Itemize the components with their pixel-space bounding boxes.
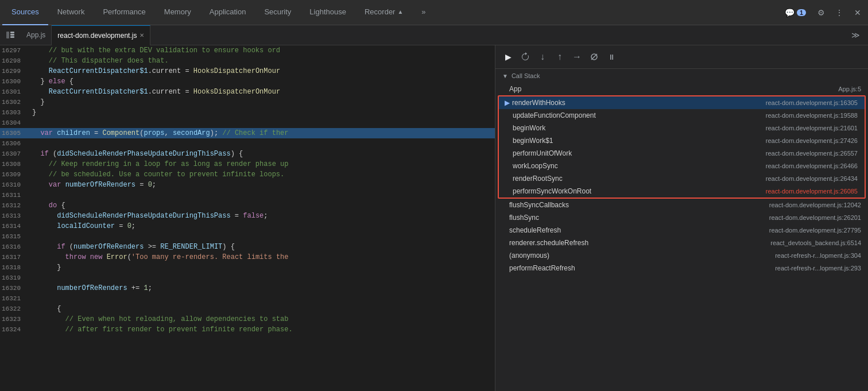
code-line-16324: 16324 // after first render to prevent i… bbox=[0, 324, 495, 335]
callstack-fn-performSyncWorkOnRoot: performSyncWorkOnRoot bbox=[513, 187, 766, 195]
deactivate-breakpoints-btn[interactable] bbox=[586, 49, 602, 65]
callstack-triangle-icon: ▼ bbox=[502, 73, 508, 79]
recorder-icon: ▲ bbox=[397, 9, 403, 15]
callstack-fn-performUnitOfWork: performUnitOfWork bbox=[513, 149, 766, 157]
callstack-item-workLoopSync[interactable]: workLoopSync react-dom.development.js:26… bbox=[499, 160, 865, 172]
callstack-item-scheduleRefresh[interactable]: scheduleRefresh react-dom.development.js… bbox=[495, 224, 868, 237]
more-options-button[interactable]: ⋮ bbox=[831, 5, 847, 21]
callstack-item-anonymous[interactable]: (anonymous) react-refresh-r...lopment.js… bbox=[495, 249, 868, 262]
callstack-fn-beginWork: beginWork bbox=[513, 124, 766, 132]
code-line-16314: 16314 localIdCounter = 0; bbox=[0, 221, 495, 231]
main-area: App.js react-dom.development.js ✕ ≫ 1629… bbox=[0, 25, 868, 391]
callstack-file-updateFunctionComponent: react-dom.development.js:19588 bbox=[766, 112, 858, 119]
tab-lighthouse[interactable]: Lighthouse bbox=[300, 0, 355, 25]
callstack-fn-rendererScheduleRefresh: renderer.scheduleRefresh bbox=[509, 239, 770, 247]
step-over-btn[interactable] bbox=[517, 49, 533, 65]
tab-bar: Sources Network Performance Memory Appli… bbox=[0, 0, 868, 25]
resume-icon: ▶ bbox=[505, 52, 512, 61]
callstack-file-beginWork1: react-dom.development.js:27426 bbox=[766, 137, 858, 144]
code-line-16308: 16308 // Keep rendering in a loop for as… bbox=[0, 159, 495, 169]
callstack-item-beginWork1[interactable]: beginWork$1 react-dom.development.js:274… bbox=[499, 134, 865, 147]
tab-memory[interactable]: Memory bbox=[155, 0, 200, 25]
tab-security[interactable]: Security bbox=[255, 0, 300, 25]
tab-sources[interactable]: Sources bbox=[2, 0, 48, 25]
step-btn[interactable]: → bbox=[569, 49, 585, 65]
code-line-16297: 16297 // but with the extra DEV validati… bbox=[0, 45, 495, 56]
code-line-16304: 16304 bbox=[0, 118, 495, 128]
file-tab-reactdom-label: react-dom.development.js bbox=[57, 32, 137, 40]
callstack-fn-app: App bbox=[509, 85, 838, 93]
code-line-16307: 16307 if (didScheduleRenderPhaseUpdateDu… bbox=[0, 149, 495, 159]
callstack-fn-scheduleRefresh: scheduleRefresh bbox=[509, 226, 769, 234]
svg-rect-0 bbox=[6, 32, 9, 38]
callstack-file-renderwithHooks: react-dom.development.js:16305 bbox=[766, 99, 858, 106]
file-tab-close-icon[interactable]: ✕ bbox=[140, 32, 144, 38]
tab-recorder[interactable]: Recorder ▲ bbox=[355, 0, 412, 25]
callstack-item-performSyncWorkOnRoot[interactable]: performSyncWorkOnRoot react-dom.developm… bbox=[499, 185, 865, 198]
code-panel[interactable]: 16297 // but with the extra DEV validati… bbox=[0, 45, 495, 391]
code-line-16322: 16322 { bbox=[0, 304, 495, 314]
callstack-file-flushSyncCallbacks: react-dom.development.js:12042 bbox=[769, 202, 861, 208]
content-split: 16297 // but with the extra DEV validati… bbox=[0, 45, 868, 391]
callstack-fn-flushSyncCallbacks: flushSyncCallbacks bbox=[509, 201, 769, 209]
callstack-item-flushSyncCallbacks[interactable]: flushSyncCallbacks react-dom.development… bbox=[495, 199, 868, 211]
callstack-panel: ▶ ↓ ↑ → bbox=[495, 45, 868, 391]
file-tab-reactdom[interactable]: react-dom.development.js ✕ bbox=[52, 25, 150, 45]
code-line-16319: 16319 bbox=[0, 273, 495, 283]
code-line-16300: 16300 } else { bbox=[0, 76, 495, 87]
callstack-item-performUnitOfWork[interactable]: performUnitOfWork react-dom.development.… bbox=[499, 147, 865, 160]
code-line-16316: 16316 if (numberOfReRenders >= RE_RENDER… bbox=[0, 242, 495, 252]
pause-icon: ⏸ bbox=[608, 53, 615, 61]
step-into-btn[interactable]: ↓ bbox=[534, 49, 551, 65]
code-line-16305: 16305 var children = Component(props, se… bbox=[0, 128, 495, 138]
sidebar-toggle-btn[interactable] bbox=[2, 27, 18, 43]
step-into-icon: ↓ bbox=[540, 52, 545, 62]
debugger-toolbar: ▶ ↓ ↑ → bbox=[495, 45, 868, 69]
callstack-fn-updateFunctionComponent: updateFunctionComponent bbox=[513, 111, 766, 119]
callstack-file-rendererScheduleRefresh: react_devtools_backend.js:6514 bbox=[770, 239, 861, 246]
settings-button[interactable]: ⚙ bbox=[813, 5, 829, 21]
callstack-item-renderwithHooks[interactable]: ▶ renderWithHooks react-dom.development.… bbox=[499, 96, 865, 109]
file-tab-appjs-label: App.js bbox=[26, 31, 45, 39]
chat-icon: 💬 bbox=[785, 8, 795, 17]
callstack-item-renderRootSync[interactable]: renderRootSync react-dom.development.js:… bbox=[499, 172, 865, 185]
callstack-item-flushSync[interactable]: flushSync react-dom.development.js:26201 bbox=[495, 211, 868, 224]
more-tabs-btn[interactable]: » bbox=[412, 0, 435, 25]
callstack-title: Call Stack bbox=[512, 72, 540, 79]
tab-performance[interactable]: Performance bbox=[94, 0, 154, 25]
callstack-item-updateFunctionComponent[interactable]: updateFunctionComponent react-dom.develo… bbox=[499, 109, 865, 122]
tab-application[interactable]: Application bbox=[200, 0, 255, 25]
callstack-file-performUnitOfWork: react-dom.development.js:26557 bbox=[766, 150, 858, 157]
step-icon: → bbox=[572, 52, 582, 62]
callstack-fn-flushSync: flushSync bbox=[509, 214, 769, 222]
callstack-item-beginWork[interactable]: beginWork react-dom.development.js:21601 bbox=[499, 122, 865, 134]
code-line-16323: 16323 // Even when hot reloading, allow … bbox=[0, 314, 495, 324]
callstack-item-rendererScheduleRefresh[interactable]: renderer.scheduleRefresh react_devtools_… bbox=[495, 237, 868, 249]
tab-network[interactable]: Network bbox=[48, 0, 94, 25]
step-out-btn[interactable]: ↑ bbox=[552, 49, 568, 65]
close-devtools-button[interactable]: ✕ bbox=[850, 5, 866, 21]
callstack-fn-workLoopSync: workLoopSync bbox=[513, 162, 766, 170]
pause-btn[interactable]: ⏸ bbox=[603, 49, 619, 65]
resume-btn[interactable]: ▶ bbox=[500, 49, 516, 65]
step-over-icon bbox=[521, 52, 530, 61]
code-line-16321: 16321 bbox=[0, 293, 495, 304]
callstack-items[interactable]: App App.js:5 ▶ renderWithHooks react-dom… bbox=[495, 83, 868, 391]
callstack-item-app[interactable]: App App.js:5 bbox=[495, 83, 868, 95]
code-line-16318: 16318 } bbox=[0, 262, 495, 273]
step-out-icon: ↑ bbox=[557, 52, 562, 62]
file-more-icon: ≫ bbox=[851, 30, 860, 40]
callstack-header[interactable]: ▼ Call Stack bbox=[495, 69, 868, 83]
code-lines: 16297 // but with the extra DEV validati… bbox=[0, 45, 495, 335]
file-tab-appjs[interactable]: App.js bbox=[21, 25, 52, 45]
more-icon: ⋮ bbox=[835, 8, 843, 17]
callstack-fn-renderRootSync: renderRootSync bbox=[513, 175, 766, 183]
file-tab-more-btn[interactable]: ≫ bbox=[847, 27, 863, 43]
code-line-16299: 16299 ReactCurrentDispatcher$1.current =… bbox=[0, 66, 495, 76]
callstack-file-scheduleRefresh: react-dom.development.js:27795 bbox=[769, 227, 861, 234]
messages-button[interactable]: 💬 1 bbox=[780, 7, 811, 18]
callstack-red-border-group: ▶ renderWithHooks react-dom.development.… bbox=[498, 95, 866, 199]
code-line-16320: 16320 numberOfReRenders += 1; bbox=[0, 283, 495, 293]
callstack-item-performReactRefresh[interactable]: performReactRefresh react-refresh-r...lo… bbox=[495, 262, 868, 274]
code-line-16311: 16311 bbox=[0, 190, 495, 200]
